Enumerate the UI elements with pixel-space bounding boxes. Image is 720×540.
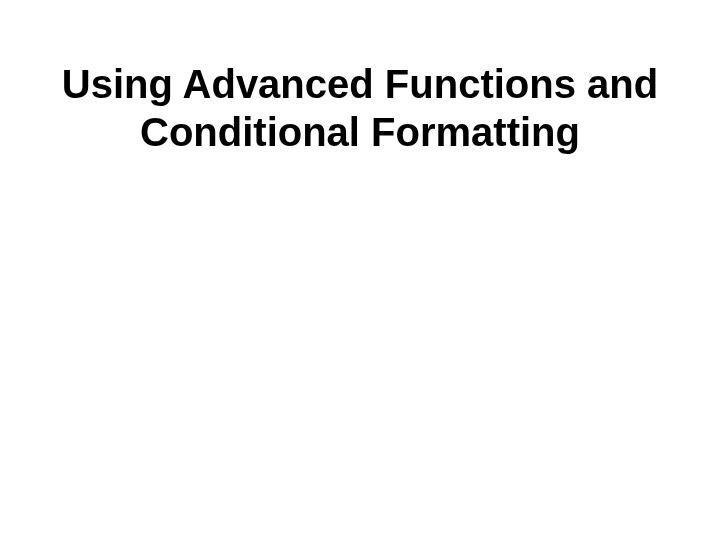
title-line-2: Conditional Formatting	[60, 108, 660, 156]
title-line-1: Using Advanced Functions and	[60, 60, 660, 108]
slide-title: Using Advanced Functions and Conditional…	[0, 60, 720, 156]
